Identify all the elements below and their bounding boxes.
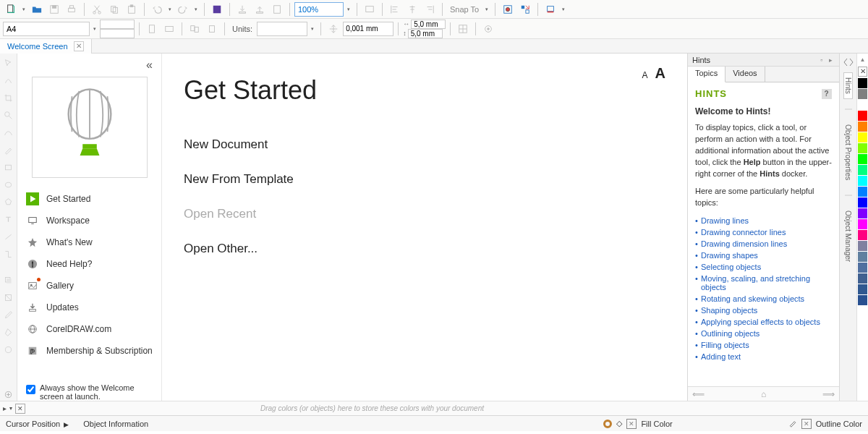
sidebar-item-workspace[interactable]: Workspace: [17, 210, 161, 231]
collapse-sidebar-icon[interactable]: «: [17, 54, 161, 77]
connector-tool[interactable]: [2, 247, 15, 260]
sidebar-item-gallery[interactable]: Gallery: [17, 275, 161, 297]
snap-dropdown-icon[interactable]: ▾: [483, 1, 490, 17]
action-new-document[interactable]: New Document: [184, 127, 687, 162]
play-icon[interactable]: ▶: [64, 421, 69, 428]
zoom-input[interactable]: [294, 2, 344, 17]
hints-link[interactable]: Rotating and skewing objects: [695, 293, 832, 305]
undo-dropdown-icon[interactable]: ▾: [166, 1, 174, 17]
text-tool[interactable]: [2, 213, 15, 226]
color-swatch[interactable]: [858, 132, 867, 142]
tab-welcome-screen[interactable]: Welcome Screen ✕: [0, 39, 92, 54]
all-pages-button[interactable]: [187, 21, 203, 37]
print-button[interactable]: [64, 1, 80, 17]
hints-link[interactable]: Drawing shapes: [695, 250, 832, 261]
help-icon[interactable]: ?: [822, 89, 832, 99]
expand-dockers-icon[interactable]: [843, 56, 854, 68]
portrait-button[interactable]: [144, 21, 160, 37]
action-new-from-template[interactable]: New From Template: [184, 162, 687, 197]
shape-tool[interactable]: [2, 74, 15, 87]
sidebar-item-need-help[interactable]: i Need Help?: [17, 253, 161, 275]
parallel-dim-tool[interactable]: [2, 230, 15, 243]
fullscreen-button[interactable]: [362, 1, 378, 17]
text-big-icon[interactable]: A: [655, 65, 665, 82]
sidebar-item-membership[interactable]: P Membership & Subscription: [17, 340, 161, 362]
hints-link[interactable]: Applying special effects to objects: [695, 316, 832, 328]
text-size-control[interactable]: A A: [642, 65, 665, 82]
color-swatch[interactable]: [858, 78, 867, 88]
color-swatch[interactable]: [858, 122, 867, 132]
landscape-button[interactable]: [161, 21, 177, 37]
freehand-tool[interactable]: [2, 126, 15, 139]
eyedropper-tool[interactable]: [2, 308, 15, 321]
artistic-media-tool[interactable]: [2, 143, 15, 156]
paste-button[interactable]: [124, 1, 140, 17]
ellipse-tool[interactable]: [2, 178, 15, 191]
hints-link[interactable]: Drawing dimension lines: [695, 238, 832, 250]
outline-color-control[interactable]: ✕ Outline Color: [788, 419, 862, 429]
color-swatch[interactable]: [858, 143, 867, 153]
quick-customize-icon[interactable]: [480, 21, 496, 37]
rectangle-tool[interactable]: [2, 161, 15, 174]
color-swatch[interactable]: [858, 284, 867, 294]
tab-topics[interactable]: Topics: [688, 67, 726, 82]
sidebar-item-updates[interactable]: Updates: [17, 297, 161, 318]
nudge-distance-input[interactable]: [343, 22, 393, 36]
color-swatch[interactable]: [858, 208, 867, 218]
hints-link[interactable]: Drawing connector lines: [695, 226, 832, 238]
hints-link[interactable]: Selecting objects: [695, 261, 832, 273]
drop-shadow-tool[interactable]: [2, 273, 15, 286]
zoom-dropdown-icon[interactable]: ▾: [345, 1, 352, 17]
transparency-tool[interactable]: [2, 291, 15, 304]
new-button[interactable]: [3, 1, 19, 17]
color-swatch[interactable]: [858, 263, 867, 273]
hints-forward-icon[interactable]: ⟹: [822, 389, 835, 399]
undo-button[interactable]: [149, 1, 165, 17]
document-color-tray[interactable]: ▸ ▾ ✕ Drag colors (or objects) here to s…: [0, 401, 868, 415]
color-swatch[interactable]: [858, 252, 867, 262]
hints-home-icon[interactable]: ⌂: [761, 389, 766, 399]
color-swatch[interactable]: [858, 197, 867, 208]
import-button[interactable]: [234, 1, 250, 17]
treat-as-filled-button[interactable]: [455, 21, 471, 37]
no-color-swatch[interactable]: ✕: [858, 67, 867, 77]
color-swatch[interactable]: [858, 187, 867, 197]
action-open-other[interactable]: Open Other...: [184, 231, 687, 266]
hints-link[interactable]: Outlining objects: [695, 328, 832, 339]
color-swatch[interactable]: [858, 219, 867, 229]
snap-to-label[interactable]: Snap To: [450, 5, 479, 14]
crop-tool[interactable]: [2, 91, 15, 104]
color-swatch[interactable]: [858, 295, 867, 305]
redo-button[interactable]: [175, 1, 191, 17]
color-swatch[interactable]: [858, 165, 867, 175]
zoom-tool[interactable]: [2, 109, 15, 122]
sidebar-item-get-started[interactable]: Get Started: [17, 188, 161, 210]
color-swatch[interactable]: [858, 230, 867, 240]
redo-dropdown-icon[interactable]: ▾: [192, 1, 200, 17]
color-swatch[interactable]: [858, 176, 867, 186]
units-dropdown-icon[interactable]: ▾: [309, 21, 316, 37]
save-button[interactable]: [46, 1, 62, 17]
tray-prev-icon[interactable]: ▸: [3, 404, 7, 412]
hints-link[interactable]: Drawing lines: [695, 215, 832, 226]
palette-scroll-up-icon[interactable]: ▲: [857, 56, 868, 65]
sidebar-item-whats-new[interactable]: What's New: [17, 231, 161, 253]
tray-no-color-icon[interactable]: ✕: [15, 404, 25, 414]
copy-button[interactable]: [106, 1, 122, 17]
fill-color-control[interactable]: ◇ ✕ Fill Color: [603, 419, 672, 429]
open-button[interactable]: [29, 1, 45, 17]
docker-tab-object-manager[interactable]: Object Manager: [843, 205, 853, 267]
cut-button[interactable]: [89, 1, 105, 17]
quick-customize-toolbox-icon[interactable]: [2, 388, 15, 401]
color-swatch[interactable]: [858, 154, 867, 164]
page-height-input[interactable]: [100, 29, 135, 38]
docker-tab-hints[interactable]: Hints: [843, 72, 853, 99]
align-right-button[interactable]: [422, 1, 438, 17]
current-page-button[interactable]: [204, 21, 220, 37]
page-width-input[interactable]: [100, 20, 135, 29]
color-swatch[interactable]: [858, 241, 867, 251]
launch-button[interactable]: [517, 1, 533, 17]
app-launcher-dropdown-icon[interactable]: ▾: [560, 1, 567, 17]
hints-link[interactable]: Shaping objects: [695, 305, 832, 316]
publish-pdf-button[interactable]: [269, 1, 285, 17]
